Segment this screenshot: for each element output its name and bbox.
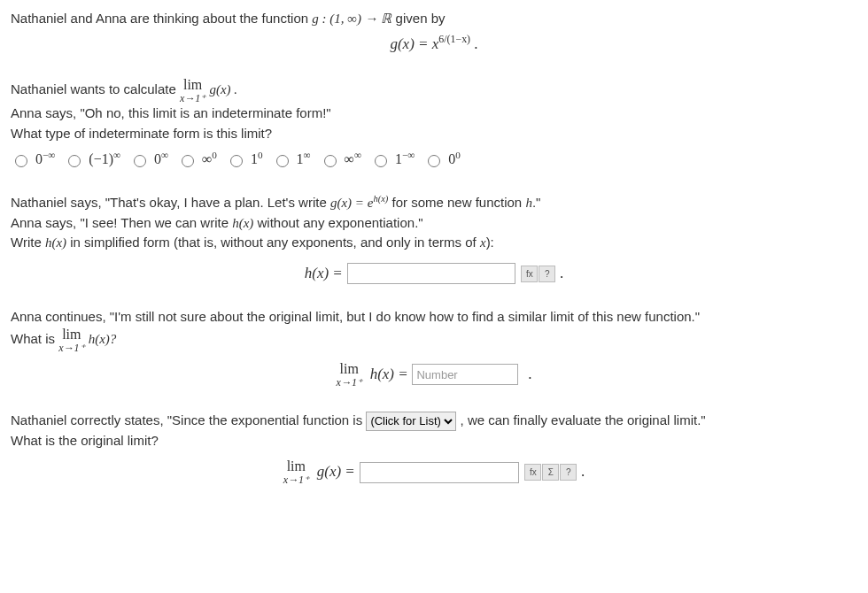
p2-write-a: Write — [11, 235, 45, 250]
p2-h: h — [525, 196, 532, 210]
part2: Nathaniel says, "That's okay, I have a p… — [11, 193, 857, 284]
option-1[interactable]: (−1)∞ — [64, 149, 120, 170]
option-4[interactable]: 10 — [226, 149, 263, 170]
part4-question: What is the original limit? — [11, 431, 857, 451]
radio-5[interactable] — [276, 155, 289, 167]
intro-text-a: Nathaniel and Anna are thinking about th… — [11, 11, 312, 26]
opt7-exp: −∞ — [402, 150, 415, 160]
opt6-base: ∞ — [345, 151, 354, 166]
part2-line2: Anna says, "I see! Then we can write h(x… — [11, 213, 857, 234]
opt3-base: ∞ — [202, 151, 212, 166]
p4-lim-bot: x→1⁺ — [283, 474, 309, 485]
p2-gexp: h(x) — [373, 194, 388, 204]
option-7[interactable]: 1−∞ — [370, 149, 415, 170]
option-6[interactable]: ∞∞ — [320, 149, 361, 170]
opt5-base: 1 — [297, 151, 304, 166]
anna-quote-1: Anna says, "Oh no, this limit is an inde… — [11, 104, 857, 124]
p4-text-b: , we can finally evaluate the original l… — [461, 412, 706, 427]
p2-write-c: ): — [486, 235, 494, 250]
g-def-exp: 6/(1−x) — [438, 33, 470, 45]
p2-anna-a: Anna says, "I see! Then we can write — [11, 215, 232, 230]
help-icon[interactable]: ? — [560, 464, 577, 481]
lim-gx-input[interactable] — [360, 462, 519, 483]
part2-line3: Write h(x) in simplified form (that is, … — [11, 233, 857, 253]
gx-text: g(x) . — [209, 82, 237, 96]
hx-eq-label: h(x) = — [305, 265, 343, 281]
lim-bot: x→1⁺ — [180, 93, 205, 104]
radio-8[interactable] — [428, 155, 440, 167]
p3-lim-bot: x→1⁺ — [58, 343, 84, 353]
part2-line1: Nathaniel says, "That's okay, I have a p… — [11, 193, 857, 213]
p4-lim-top: lim — [287, 459, 306, 474]
p2-text-b: for some new function — [388, 195, 525, 210]
part4: Nathaniel correctly states, "Since the e… — [11, 411, 857, 486]
part1: Nathaniel wants to calculate lim x→1⁺ g(… — [11, 78, 857, 143]
part1-line1: Nathaniel wants to calculate lim x→1⁺ g(… — [11, 78, 857, 104]
hx-equation-row: h(x) = fx ? . — [11, 262, 857, 285]
p3-q-a: What is — [11, 331, 58, 346]
p3-eq-lim: lim x→1⁺ — [337, 362, 362, 388]
opt4-exp: 0 — [258, 150, 263, 160]
g-declaration: g : (1, ∞) → ℝ — [312, 12, 391, 26]
radio-7[interactable] — [375, 155, 387, 167]
gx-iconbar: fx Σ ? — [524, 464, 577, 481]
p3-eq-row: lim x→1⁺ h(x) = . — [11, 362, 857, 388]
hx-input[interactable] — [347, 263, 515, 284]
equation-editor-icon[interactable]: fx — [524, 464, 541, 481]
radio-6[interactable] — [324, 155, 337, 167]
p3-eq-lhs: h(x) = — [370, 366, 408, 382]
opt5-exp: ∞ — [304, 150, 311, 160]
p3-eq-lim-bot: x→1⁺ — [337, 377, 362, 388]
option-5[interactable]: 1∞ — [272, 149, 311, 170]
p2-text-a: Nathaniel says, "That's okay, I have a p… — [11, 195, 330, 210]
option-0[interactable]: 0−∞ — [11, 149, 55, 170]
p2-x: x — [480, 235, 486, 250]
option-2[interactable]: 0∞ — [129, 149, 168, 170]
opt1-base: (−1) — [89, 151, 113, 166]
part3-line2: What is lim x→1⁺ h(x)? — [11, 327, 857, 353]
g-definition: g(x) = x6/(1−x) . — [11, 33, 857, 56]
opt4-base: 1 — [251, 151, 258, 166]
p3-period: . — [528, 366, 531, 382]
p4-gx-eq: g(x) = — [317, 463, 355, 480]
intro-line: Nathaniel and Anna are thinking about th… — [11, 9, 857, 29]
p3-lim-top: lim — [62, 327, 81, 342]
part3-line1: Anna continues, "I'm still not sure abou… — [11, 307, 857, 327]
option-8[interactable]: 00 — [423, 149, 461, 170]
p3-lim: lim x→1⁺ — [58, 327, 84, 353]
opt1-exp: ∞ — [113, 150, 120, 160]
radio-3[interactable] — [182, 155, 194, 167]
p4-text-a: Nathaniel correctly states, "Since the e… — [11, 412, 366, 427]
radio-2[interactable] — [134, 155, 146, 167]
lim-top: lim — [183, 78, 202, 92]
intro-text-b: given by — [396, 11, 446, 26]
p2-hx2: h(x) — [45, 235, 66, 250]
continuity-dropdown[interactable]: (Click for List) — [366, 412, 456, 431]
p2-write-b: in simplified form (that is, without any… — [66, 235, 480, 250]
option-3[interactable]: ∞0 — [177, 149, 217, 170]
opt0-base: 0 — [35, 151, 43, 166]
equation-editor-icon[interactable]: fx — [521, 266, 538, 282]
p3-eq-lim-top: lim — [340, 362, 359, 376]
p2-anna-b: without any exponentiation." — [253, 215, 422, 230]
opt6-exp: ∞ — [354, 150, 361, 160]
opt0-exp: −∞ — [43, 150, 55, 160]
radio-4[interactable] — [230, 155, 243, 167]
p4-period: . — [581, 463, 585, 480]
part3: Anna continues, "I'm still not sure abou… — [11, 307, 857, 388]
lim-hx-input[interactable] — [412, 364, 518, 385]
hx-period: . — [560, 265, 563, 281]
part4-line1: Nathaniel correctly states, "Since the e… — [11, 411, 857, 431]
p4-lim: lim x→1⁺ — [283, 459, 309, 485]
radio-1[interactable] — [68, 155, 81, 167]
opt2-exp: ∞ — [161, 150, 168, 160]
part1-text-a: Nathaniel wants to calculate — [11, 81, 180, 96]
symbols-icon[interactable]: Σ — [542, 464, 559, 481]
part1-question: What type of indeterminate form is this … — [11, 124, 857, 144]
opt2-base: 0 — [154, 151, 161, 166]
radio-0[interactable] — [15, 155, 27, 167]
opt7-base: 1 — [395, 151, 402, 166]
p3-hx: h(x)? — [89, 332, 117, 346]
p4-eq-row: lim x→1⁺ g(x) = fx Σ ? . — [11, 459, 857, 485]
help-icon[interactable]: ? — [539, 266, 555, 282]
